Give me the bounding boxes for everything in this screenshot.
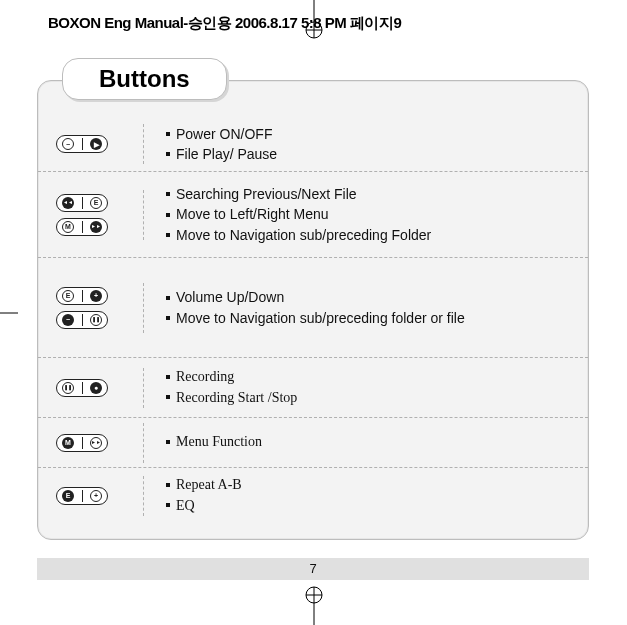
description-line: Power ON/OFF	[166, 124, 570, 144]
plus-circle-white-icon: +	[89, 489, 103, 503]
pause-circle-white-icon: ❚❚	[61, 381, 75, 395]
icon-column: −▶	[56, 124, 144, 164]
rew-circle-black-icon: ◄◄	[61, 196, 75, 210]
button-row: M►►Menu Function	[38, 417, 588, 467]
button-pill-icon: E+	[56, 287, 108, 305]
crop-mark-left-icon	[0, 302, 18, 324]
description-column: Repeat A-BEQ	[144, 475, 570, 516]
icon-column: E+−❚❚	[56, 283, 144, 333]
button-row: ❚❚●RecordingRecording Start /Stop	[38, 357, 588, 417]
button-pill-icon: −▶	[56, 135, 108, 153]
description-line: Repeat A-B	[166, 475, 570, 495]
m-circle-white-icon: M	[61, 220, 75, 234]
panel-tab-title: Buttons	[62, 58, 227, 100]
minus-circle-white-icon: −	[61, 137, 75, 151]
pause-circle-white-icon: ❚❚	[89, 313, 103, 327]
button-pill-icon: ❚❚●	[56, 379, 108, 397]
button-pill-icon: E+	[56, 487, 108, 505]
button-row: −▶Power ON/OFFFile Play/ Pause	[38, 117, 588, 171]
ff-circle-black-icon: ►►	[89, 220, 103, 234]
manual-panel: Buttons −▶Power ON/OFFFile Play/ Pause◄◄…	[37, 80, 589, 580]
description-line: Recording	[166, 367, 570, 387]
button-pill-icon: M►►	[56, 434, 108, 452]
button-rows: −▶Power ON/OFFFile Play/ Pause◄◄EM►►Sear…	[38, 117, 588, 539]
e-circle-white-icon: E	[61, 289, 75, 303]
description-line: Volume Up/Down	[166, 287, 570, 307]
description-column: Searching Previous/Next FileMove to Left…	[144, 184, 570, 245]
button-row: ◄◄EM►►Searching Previous/Next FileMove t…	[38, 171, 588, 257]
description-column: Volume Up/DownMove to Navigation sub/pre…	[144, 287, 570, 328]
button-row: E+−❚❚Volume Up/DownMove to Navigation su…	[38, 257, 588, 357]
description-column: Power ON/OFFFile Play/ Pause	[144, 124, 570, 165]
icon-column: ◄◄EM►►	[56, 190, 144, 240]
document-header: BOXON Eng Manual-승인용 2006.8.17 5:8 PM 페이…	[48, 14, 401, 33]
record-circle-black-icon: ●	[89, 381, 103, 395]
description-line: Searching Previous/Next File	[166, 184, 570, 204]
minus-circle-black-icon: −	[61, 313, 75, 327]
m-circle-black-icon: M	[61, 436, 75, 450]
crop-mark-top-icon	[303, 0, 325, 40]
description-line: Move to Left/Right Menu	[166, 204, 570, 224]
description-line: Recording Start /Stop	[166, 388, 570, 408]
description-line: Menu Function	[166, 432, 570, 452]
play-circle-black-icon: ▶	[89, 137, 103, 151]
description-line: EQ	[166, 496, 570, 516]
e-circle-black-icon: E	[61, 489, 75, 503]
ff-circle-white-icon: ►►	[89, 436, 103, 450]
crop-mark-bottom-icon	[303, 585, 325, 625]
e-circle-white-icon: E	[89, 196, 103, 210]
button-pill-icon: M►►	[56, 218, 108, 236]
panel-body: Buttons −▶Power ON/OFFFile Play/ Pause◄◄…	[37, 80, 589, 540]
icon-column: E+	[56, 476, 144, 516]
description-line: Move to Navigation sub/preceding Folder	[166, 225, 570, 245]
description-line: Move to Navigation sub/preceding folder …	[166, 308, 570, 328]
description-column: Menu Function	[144, 432, 570, 452]
button-pill-icon: ◄◄E	[56, 194, 108, 212]
page-number: 7	[37, 558, 589, 580]
icon-column: M►►	[56, 423, 144, 463]
button-pill-icon: −❚❚	[56, 311, 108, 329]
description-line: File Play/ Pause	[166, 144, 570, 164]
plus-circle-black-icon: +	[89, 289, 103, 303]
button-row: E+Repeat A-BEQ	[38, 467, 588, 523]
icon-column: ❚❚●	[56, 368, 144, 408]
description-column: RecordingRecording Start /Stop	[144, 367, 570, 408]
